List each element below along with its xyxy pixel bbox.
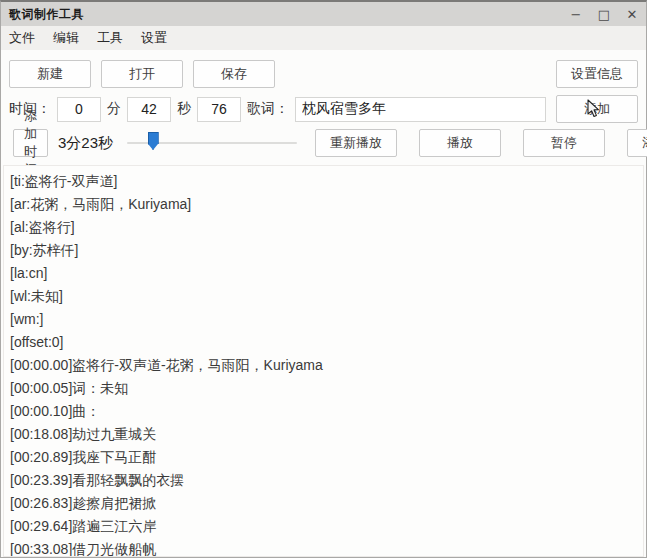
- lyric-line: [00:00.05]词：未知: [10, 377, 637, 400]
- lyric-label: 歌词：: [247, 100, 289, 118]
- lyric-line: [offset:0]: [10, 331, 637, 354]
- lyric-line: [wl:未知]: [10, 285, 637, 308]
- slider-thumb[interactable]: [148, 132, 159, 150]
- new-button[interactable]: 新建: [9, 60, 91, 88]
- lyric-line: [00:29.64]踏遍三江六岸: [10, 515, 637, 538]
- lyric-line: [al:盗将行]: [10, 216, 637, 239]
- window-title: 歌词制作工具: [9, 6, 84, 23]
- playback-slider[interactable]: [127, 129, 297, 157]
- lyric-line: [ti:盗将行-双声道]: [10, 170, 637, 193]
- lyric-line: [00:18.08]劫过九重城关: [10, 423, 637, 446]
- lyric-text-input[interactable]: [295, 97, 546, 122]
- minutes-unit-label: 分: [107, 100, 121, 118]
- add-lyrics-button[interactable]: 添加歌词: [627, 129, 647, 157]
- playback-buttons: 重新播放 播放 暂停 添加歌词: [311, 129, 647, 157]
- menubar: 文件编辑工具设置: [1, 26, 646, 50]
- lyric-line: [la:cn]: [10, 262, 637, 285]
- lyric-line: [00:26.83]趁擦肩把裙掀: [10, 492, 637, 515]
- window-controls: − □ ✕: [568, 8, 640, 21]
- menu-item[interactable]: 设置: [141, 29, 167, 47]
- lyric-line: [00:00.00]盗将行-双声道-花粥，马雨阳，Kuriyama: [10, 354, 637, 377]
- titlebar: 歌词制作工具 − □ ✕: [1, 2, 646, 26]
- maximize-icon[interactable]: □: [596, 8, 612, 21]
- close-icon[interactable]: ✕: [624, 8, 640, 21]
- play-button[interactable]: 播放: [419, 129, 501, 157]
- seconds-unit-label: 秒: [177, 100, 191, 118]
- minutes-input[interactable]: [57, 97, 101, 122]
- open-button[interactable]: 打开: [101, 60, 183, 88]
- minimize-icon[interactable]: −: [568, 8, 584, 21]
- player-row: 添加时间 3分23秒 重新播放 播放 暂停 添加歌词: [1, 129, 646, 157]
- lyric-line: [00:20.89]我座下马正酣: [10, 446, 637, 469]
- settings-info-button[interactable]: 设置信息: [556, 60, 638, 88]
- position-text: 3分23秒: [58, 134, 113, 153]
- menu-item[interactable]: 编辑: [53, 29, 79, 47]
- pause-button[interactable]: 暂停: [523, 129, 605, 157]
- lyric-line: [00:00.10]曲：: [10, 400, 637, 423]
- replay-button[interactable]: 重新播放: [315, 129, 397, 157]
- menu-item[interactable]: 工具: [97, 29, 123, 47]
- lyric-line: [00:23.39]看那轻飘飘的衣摆: [10, 469, 637, 492]
- lyric-line: [by:苏梓仟]: [10, 239, 637, 262]
- toolbar: 新建 打开 保存 设置信息: [1, 60, 646, 88]
- lyrics-editor[interactable]: [ti:盗将行-双声道][ar:花粥，马雨阳，Kuriyama][al:盗将行]…: [3, 165, 644, 557]
- add-time-button[interactable]: 添加时间: [13, 129, 48, 157]
- app-window: 歌词制作工具 − □ ✕ 文件编辑工具设置 新建 打开 保存 设置信息 时间： …: [0, 0, 647, 558]
- lyric-line: [00:33.08]借刀光做船帆: [10, 538, 637, 557]
- lyric-line: [wm:]: [10, 308, 637, 331]
- seconds-input[interactable]: [127, 97, 171, 122]
- time-entry-row: 时间： 分 秒 歌词： 添加: [1, 96, 646, 122]
- hundredths-input[interactable]: [197, 97, 241, 122]
- add-button[interactable]: 添加: [556, 95, 638, 123]
- menu-item[interactable]: 文件: [9, 29, 35, 47]
- save-button[interactable]: 保存: [193, 60, 275, 88]
- lyric-line: [ar:花粥，马雨阳，Kuriyama]: [10, 193, 637, 216]
